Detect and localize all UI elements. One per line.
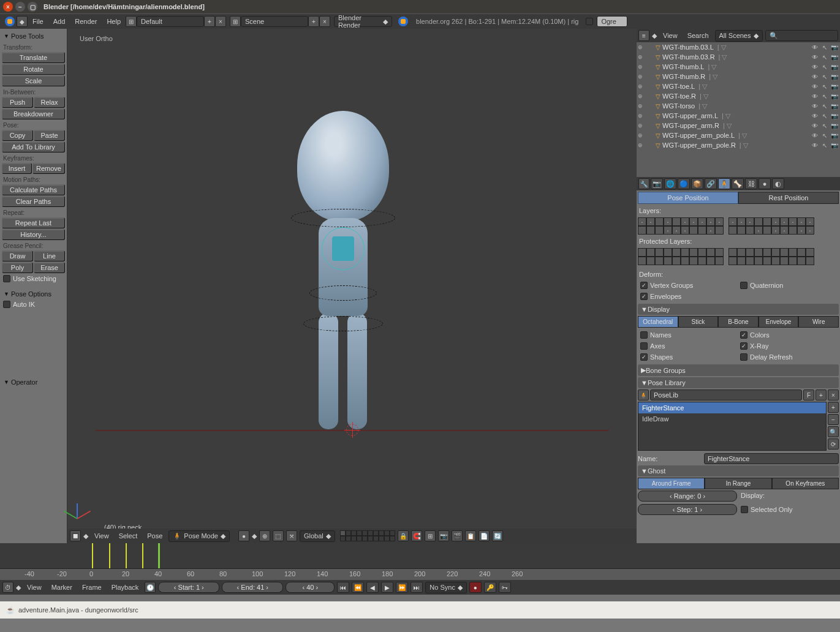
- display-stick[interactable]: Stick: [678, 316, 719, 328]
- ghost-step-field[interactable]: ‹ Step: 1 ›: [638, 504, 737, 515]
- scene-remove-icon[interactable]: ×: [319, 16, 330, 27]
- outliner-row[interactable]: ⊕▽WGT-upper_arm.L| ▽👁↖📷: [637, 111, 840, 121]
- repeat-last-button[interactable]: Repeat Last: [2, 217, 65, 228]
- poselib-add-icon[interactable]: +: [815, 389, 827, 401]
- outliner-row[interactable]: ⊕▽WGT-upper_arm.R| ▽👁↖📷: [637, 121, 840, 130]
- timeline-track[interactable]: [0, 543, 840, 569]
- colors-checkbox[interactable]: ✓: [740, 331, 747, 339]
- calculate-paths-button[interactable]: Calculate Paths: [2, 184, 65, 195]
- current-frame-field[interactable]: ‹ 40 ›: [286, 582, 335, 593]
- rest-position-button[interactable]: Rest Position: [738, 192, 839, 204]
- select-menu[interactable]: Select: [115, 532, 142, 540]
- ghost-in-range[interactable]: In Range: [705, 478, 771, 489]
- translate-button[interactable]: Translate: [2, 52, 65, 63]
- delay-refresh-checkbox[interactable]: [740, 353, 747, 361]
- 3d-viewport[interactable]: User Ortho (40) rig neck 🔲 ◆ View Select…: [67, 29, 637, 543]
- snap-type-icon[interactable]: ⊞: [425, 530, 436, 541]
- armature-layers-grid[interactable]: [638, 217, 839, 235]
- timeline-frame-menu[interactable]: Frame: [78, 584, 105, 591]
- maximize-window-icon[interactable]: ▢: [28, 2, 37, 12]
- close-window-icon[interactable]: ×: [3, 2, 13, 12]
- render-tab-icon[interactable]: 📷: [651, 178, 663, 189]
- display-envelope[interactable]: Envelope: [759, 316, 799, 328]
- vertex-groups-checkbox[interactable]: ✓: [640, 282, 648, 289]
- outliner-row[interactable]: ⊕▽WGT-thumb.03.L| ▽👁↖📷: [637, 42, 840, 52]
- ghost-range-field[interactable]: ‹ Range: 0 ›: [638, 491, 737, 502]
- keying-set-icon[interactable]: 🔑: [484, 582, 496, 593]
- copy-pose-icon[interactable]: 📋: [465, 530, 476, 541]
- layout-add-icon[interactable]: +: [204, 16, 215, 27]
- outliner-view-menu[interactable]: View: [659, 32, 681, 39]
- pose-add-icon[interactable]: +: [828, 402, 839, 413]
- poselib-fake-user-icon[interactable]: F: [803, 389, 814, 401]
- constraints-tab-icon[interactable]: 🔗: [705, 178, 717, 189]
- clear-paths-button[interactable]: Clear Paths: [2, 196, 65, 207]
- timeline-playback-menu[interactable]: Playback: [108, 584, 143, 591]
- scene-browse-icon[interactable]: ⊞: [230, 16, 241, 27]
- pose-name-field[interactable]: FighterStance: [704, 453, 839, 464]
- use-preview-range-icon[interactable]: 🕐: [145, 582, 156, 593]
- quaternion-checkbox[interactable]: [740, 282, 747, 289]
- timeline-marker-menu[interactable]: Marker: [48, 584, 76, 591]
- jump-next-key-icon[interactable]: ⏩: [396, 582, 408, 593]
- gp-line-button[interactable]: Line: [34, 250, 65, 261]
- pose-options-header[interactable]: ▼Pose Options: [2, 288, 65, 299]
- play-icon[interactable]: ▶: [381, 582, 393, 593]
- material-tab-icon[interactable]: ●: [759, 178, 771, 189]
- history-button[interactable]: History...: [2, 229, 65, 240]
- opengl-render-icon[interactable]: 📷: [438, 530, 449, 541]
- display-bbone[interactable]: B-Bone: [718, 316, 759, 328]
- outliner-editor-icon[interactable]: ≡: [638, 30, 649, 41]
- copy-button[interactable]: Copy: [2, 130, 33, 141]
- pose-sanitize-icon[interactable]: ⟳: [828, 438, 839, 450]
- outliner-row[interactable]: ⊕▽WGT-toe.R| ▽👁↖📷: [637, 91, 840, 101]
- pose-remove-icon[interactable]: −: [828, 414, 839, 425]
- rotate-button[interactable]: Rotate: [2, 64, 65, 75]
- poselib-name-field[interactable]: PoseLib: [650, 389, 802, 401]
- pose-item-idledraw[interactable]: IdleDraw: [638, 413, 826, 424]
- ogre-button[interactable]: Ogre: [597, 16, 627, 27]
- add-to-library-button[interactable]: Add To Library: [2, 141, 65, 152]
- pose-apply-icon[interactable]: 🔍: [828, 426, 839, 437]
- outliner-row[interactable]: ⊕▽WGT-thumb.R| ▽👁↖📷: [637, 72, 840, 81]
- jump-start-icon[interactable]: ⏮: [337, 582, 349, 593]
- outliner-row[interactable]: ⊕▽WGT-torso| ▽👁↖📷: [637, 101, 840, 111]
- axes-checkbox[interactable]: [640, 342, 648, 350]
- manipulator-icon[interactable]: ⬚: [273, 530, 284, 541]
- shading-expand-icon[interactable]: ◆: [252, 532, 257, 540]
- outliner-tree[interactable]: ⊕▽WGT-thumb.03.L| ▽👁↖📷⊕▽WGT-thumb.03.R| …: [637, 42, 840, 177]
- pose-menu[interactable]: Pose: [143, 532, 166, 540]
- mode-select[interactable]: 🧍 Pose Mode ◆: [168, 530, 230, 542]
- use-sketching-checkbox[interactable]: [3, 275, 10, 282]
- timeline-ruler[interactable]: -40-200204060801001201401601802002202402…: [0, 569, 840, 580]
- paste-pose-icon[interactable]: 📄: [479, 530, 490, 541]
- shapes-checkbox[interactable]: ✓: [640, 353, 648, 361]
- outliner-row[interactable]: ⊕▽WGT-upper_arm_pole.R| ▽👁↖📷: [637, 140, 840, 150]
- bone-constraints-tab-icon[interactable]: ⛓: [745, 178, 757, 189]
- outliner-row[interactable]: ⊕▽WGT-thumb.03.R| ▽👁↖📷: [637, 52, 840, 62]
- outliner-row[interactable]: ⊕▽WGT-upper_arm_pole.L| ▽👁↖📷: [637, 130, 840, 140]
- auto-ik-checkbox[interactable]: [3, 301, 10, 308]
- jump-end-icon[interactable]: ⏭: [411, 582, 423, 593]
- ghost-on-keyframes[interactable]: On Keyframes: [772, 478, 839, 489]
- paste-flip-icon[interactable]: 🔄: [492, 530, 503, 541]
- outliner-row[interactable]: ⊕▽WGT-thumb.L| ▽👁↖📷: [637, 62, 840, 72]
- scene-tab-icon[interactable]: 🌐: [664, 178, 676, 189]
- breakdowner-button[interactable]: Breakdowner: [2, 108, 65, 119]
- scale-button[interactable]: Scale: [2, 75, 65, 86]
- envelopes-checkbox[interactable]: ✓: [640, 293, 648, 300]
- display-octahedral[interactable]: Octahedral: [638, 316, 678, 328]
- pose-tools-header[interactable]: ▼Pose Tools: [2, 31, 65, 42]
- display-wire[interactable]: Wire: [798, 316, 839, 328]
- render-engine-select[interactable]: Blender Render ◆: [334, 16, 392, 27]
- properties-editor-icon[interactable]: 🔧: [638, 178, 649, 189]
- minimize-window-icon[interactable]: −: [15, 2, 25, 12]
- keying-browse-icon[interactable]: 🗝: [499, 582, 511, 593]
- viewport-layers-grid[interactable]: [340, 530, 395, 541]
- screen-layout-field[interactable]: Default: [137, 16, 204, 27]
- shading-solid-icon[interactable]: ●: [238, 530, 249, 541]
- timeline-view-menu[interactable]: View: [23, 584, 45, 591]
- push-button[interactable]: Push: [2, 97, 33, 108]
- pivot-icon[interactable]: ⊕: [259, 530, 270, 541]
- protected-layers-grid[interactable]: [638, 248, 839, 265]
